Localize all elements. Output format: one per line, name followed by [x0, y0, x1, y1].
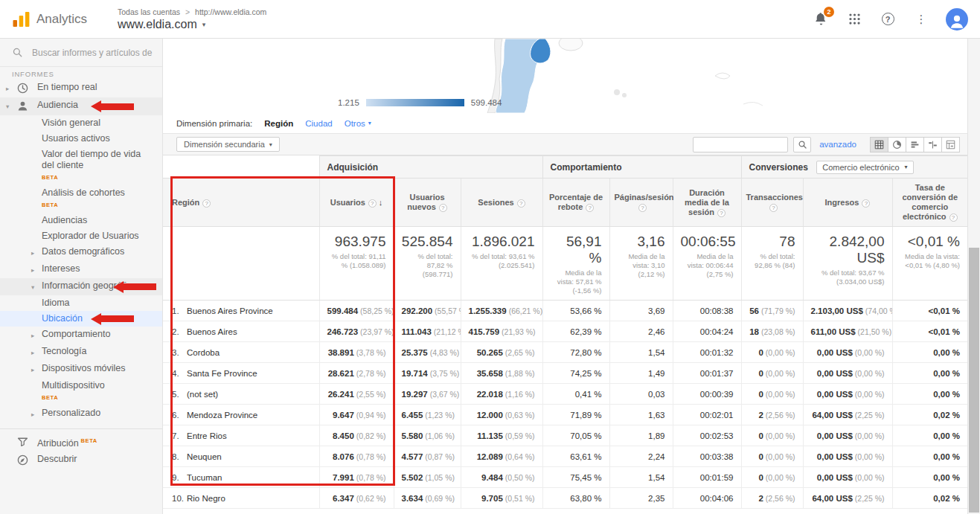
- table-search-button[interactable]: [793, 137, 811, 152]
- chevron-right-icon[interactable]: ▸: [31, 346, 42, 359]
- sidebar-item-explorador-usuarios[interactable]: Explorador de Usuarios: [0, 228, 162, 244]
- table-row[interactable]: 2.Buenos Aires 246.723(23,97 %) 111.043(…: [163, 321, 967, 342]
- region-link[interactable]: (not set): [187, 390, 218, 399]
- performance-view-button[interactable]: [906, 137, 924, 152]
- account-switcher[interactable]: Todas las cuentas > http://www.eldia.com…: [118, 7, 266, 31]
- chevron-right-icon[interactable]: ▸: [31, 363, 42, 376]
- sidebar-item-ubicacion[interactable]: Ubicación: [0, 311, 162, 327]
- scrollbar-thumb[interactable]: [969, 248, 979, 513]
- table-row[interactable]: 10.Rio Negro 6.347(0,62 %) 3.634(0,69 %)…: [163, 488, 967, 509]
- region-link[interactable]: Entre Rios: [187, 431, 227, 440]
- table-row[interactable]: 8.Neuquen 8.076(0,78 %) 4.577(0,87 %) 12…: [163, 446, 967, 467]
- help-icon[interactable]: ?: [862, 199, 870, 208]
- sidebar-item-idioma[interactable]: Idioma: [0, 295, 162, 311]
- data-table-view-button[interactable]: [870, 137, 888, 152]
- chevron-right-icon[interactable]: ▸: [31, 263, 42, 276]
- percentage-view-button[interactable]: [888, 137, 906, 152]
- column-header-2[interactable]: Usuarios nuevos?: [394, 179, 461, 227]
- breadcrumb-item[interactable]: http://www.eldia.com: [195, 7, 266, 16]
- sidebar-section-label: INFORMES: [0, 67, 162, 80]
- vertical-scrollbar[interactable]: [967, 39, 980, 514]
- sidebar-item-vision-general[interactable]: Visión general: [0, 115, 162, 131]
- sidebar-item-audiencias[interactable]: Audiencias: [0, 213, 162, 228]
- region-link[interactable]: Rio Negro: [187, 494, 225, 503]
- sidebar-item-usuarios-activos[interactable]: Usuarios activos: [0, 131, 162, 147]
- sidebar-item-multidispositivo[interactable]: MultidispositivoBETA: [0, 378, 162, 405]
- table-row[interactable]: 7.Entre Rios 8.450(0,82 %) 5.580(1,06 %)…: [163, 425, 967, 446]
- apps-grid-button[interactable]: [845, 10, 863, 28]
- dimension-otros[interactable]: Otros ▾: [345, 119, 371, 128]
- column-header-3[interactable]: Sesiones?: [461, 179, 542, 227]
- summary-row: 963.975% del total: 91,11 % (1.058.089)5…: [163, 227, 967, 301]
- column-header-7[interactable]: Transacciones?: [741, 179, 803, 227]
- region-link[interactable]: Cordoba: [187, 348, 220, 357]
- chevron-down-icon[interactable]: ▾: [31, 280, 42, 293]
- more-menu-button[interactable]: ⋮: [912, 10, 930, 28]
- region-link[interactable]: Santa Fe Province: [187, 369, 257, 378]
- avatar[interactable]: [946, 8, 968, 30]
- table-row[interactable]: 1.Buenos Aires Province 599.484(58,25 %)…: [163, 301, 967, 321]
- sidebar-item-datos-demograficos[interactable]: ▸Datos demográficos: [0, 244, 162, 261]
- sidebar-item-descubrir[interactable]: Descubrir: [0, 452, 162, 469]
- sidebar-search[interactable]: [0, 39, 162, 67]
- help-icon[interactable]: ?: [439, 204, 447, 212]
- region-link[interactable]: Tucuman: [187, 473, 222, 482]
- account-title[interactable]: www.eldia.com: [118, 18, 197, 31]
- column-header-8[interactable]: Ingresos?: [803, 179, 892, 227]
- geo-map[interactable]: 1.215 599.484: [163, 39, 967, 113]
- column-header-4[interactable]: Porcentaje de rebote?: [542, 179, 609, 227]
- table-row[interactable]: 6.Mendoza Province 9.647(0,94 %) 6.455(1…: [163, 405, 967, 425]
- table-search-input[interactable]: [693, 137, 788, 152]
- help-icon[interactable]: ?: [717, 209, 726, 217]
- notifications-button[interactable]: 2: [812, 10, 830, 28]
- sidebar-item-valor-tiempo-vida[interactable]: Valor del tiempo de vida del clienteBETA: [0, 147, 162, 185]
- table-row[interactable]: 4.Santa Fe Province 28.621(2,78 %) 19.71…: [163, 363, 967, 384]
- column-header-9[interactable]: Tasa de conversión de comercio electróni…: [892, 179, 967, 227]
- chevron-right-icon[interactable]: ▸: [31, 408, 42, 420]
- region-link[interactable]: Buenos Aires: [187, 327, 237, 336]
- table-row[interactable]: 9.Tucuman 7.991(0,78 %) 5.502(1,05 %) 9.…: [163, 467, 967, 488]
- table-row[interactable]: 5.(not set) 26.241(2,55 %) 19.297(3,67 %…: [163, 384, 967, 405]
- dimension-ciudad[interactable]: Ciudad: [305, 119, 332, 128]
- breadcrumb-item[interactable]: Todas las cuentas: [118, 7, 180, 16]
- search-input[interactable]: [32, 48, 155, 58]
- help-icon[interactable]: ?: [769, 204, 778, 212]
- advanced-filter-link[interactable]: avanzado: [819, 140, 856, 149]
- column-header-5[interactable]: Páginas/sesión?: [609, 179, 673, 227]
- region-link[interactable]: Mendoza Province: [187, 411, 257, 420]
- table-row[interactable]: 3.Cordoba 38.891(3,78 %) 25.375(4,83 %) …: [163, 342, 967, 363]
- dimension-region[interactable]: Región: [264, 119, 293, 128]
- expand-spacer: [6, 435, 16, 437]
- help-icon[interactable]: ?: [202, 199, 211, 208]
- chevron-down-icon[interactable]: ▾: [6, 100, 16, 112]
- sidebar-item-atribucion[interactable]: AtribuciónBETA: [0, 428, 162, 452]
- help-icon[interactable]: ?: [949, 213, 958, 222]
- column-header-6[interactable]: Duración media de la sesión?: [673, 179, 741, 227]
- comparison-view-button[interactable]: [923, 137, 942, 152]
- help-icon[interactable]: ?: [368, 199, 377, 208]
- region-link[interactable]: Buenos Aires Province: [187, 306, 273, 315]
- column-header-1[interactable]: Usuarios?↓: [319, 179, 394, 227]
- analytics-logo-icon[interactable]: [12, 11, 31, 28]
- sidebar-item-audiencia[interactable]: ▾Audiencia: [0, 97, 162, 115]
- help-button[interactable]: ?: [879, 10, 897, 28]
- help-icon[interactable]: ?: [638, 204, 647, 212]
- sidebar-item-intereses[interactable]: ▸Intereses: [0, 261, 162, 278]
- chevron-right-icon[interactable]: ▸: [31, 246, 42, 259]
- conversion-type-select[interactable]: Comercio electrónico ▾: [816, 161, 913, 174]
- sidebar-item-comportamiento[interactable]: ▸Comportamiento: [0, 327, 162, 344]
- sidebar-item-dispositivos-moviles[interactable]: ▸Dispositivos móviles: [0, 361, 162, 378]
- help-icon[interactable]: ?: [586, 204, 594, 212]
- secondary-dimension-button[interactable]: Dimensión secundaria ▾: [176, 137, 280, 152]
- sidebar-item-informacion-geografica[interactable]: ▾Información geográfica: [0, 278, 162, 295]
- region-link[interactable]: Neuquen: [187, 452, 222, 461]
- chevron-right-icon[interactable]: ▸: [31, 329, 42, 341]
- sidebar-item-analisis-cohortes[interactable]: Análisis de cohortesBETA: [0, 185, 162, 213]
- sidebar-item-tecnologia[interactable]: ▸Tecnología: [0, 344, 162, 361]
- chevron-right-icon[interactable]: ▸: [6, 82, 16, 94]
- sidebar-item-en-tiempo-real[interactable]: ▸En tiempo real: [0, 80, 162, 97]
- help-icon[interactable]: ?: [517, 199, 525, 208]
- sidebar-item-personalizado[interactable]: ▸Personalizado: [0, 405, 162, 423]
- pivot-view-button[interactable]: [941, 137, 960, 152]
- column-header-region[interactable]: Región?: [163, 179, 319, 227]
